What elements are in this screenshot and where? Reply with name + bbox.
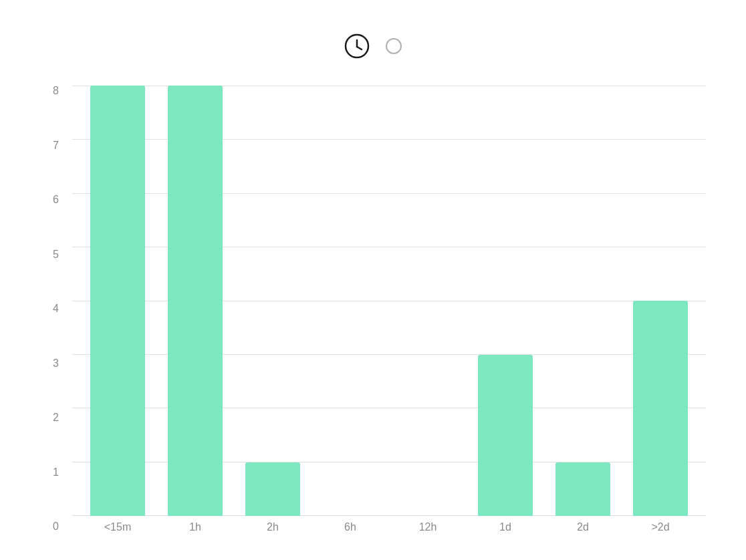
- x-axis-label: 1h: [156, 521, 234, 533]
- y-axis-label: 0: [40, 521, 59, 532]
- bar-group: [467, 86, 544, 516]
- x-axis-label: 2h: [234, 521, 312, 533]
- x-axis-label: <15m: [79, 521, 156, 533]
- clock-icon: [344, 33, 370, 59]
- x-axis: <15m1h2h6h12h1d2d>2d: [72, 521, 706, 533]
- bar: [478, 355, 532, 517]
- y-axis-label: 2: [40, 412, 59, 423]
- x-axis-label: 12h: [389, 521, 467, 533]
- bar: [90, 86, 144, 516]
- bar: [633, 301, 687, 516]
- bar-group: [234, 86, 312, 516]
- y-axis-label: 4: [40, 303, 59, 314]
- bar-group: [79, 86, 156, 516]
- chart-header: [344, 33, 402, 59]
- bar-group: [544, 86, 622, 516]
- y-axis-label: 6: [40, 194, 59, 205]
- bar-chart: 012345678 <15m1h2h6h12h1d2d>2d: [40, 86, 706, 533]
- x-axis-label: 6h: [312, 521, 389, 533]
- y-axis-label: 8: [40, 86, 59, 96]
- x-axis-label: 2d: [544, 521, 622, 533]
- y-axis-label: 1: [40, 467, 59, 478]
- y-axis-label: 7: [40, 140, 59, 151]
- y-axis-label: 5: [40, 249, 59, 260]
- bar: [168, 86, 222, 516]
- x-axis-label: >2d: [622, 521, 699, 533]
- bar-group: [312, 86, 389, 516]
- bar-group: [389, 86, 467, 516]
- bar-group: [622, 86, 699, 516]
- y-axis: 012345678: [40, 86, 59, 533]
- bar-group: [156, 86, 234, 516]
- bar: [245, 462, 299, 517]
- y-axis-label: 3: [40, 358, 59, 369]
- x-axis-label: 1d: [467, 521, 544, 533]
- bar: [555, 462, 610, 517]
- help-icon[interactable]: [386, 38, 402, 54]
- svg-line-2: [357, 47, 362, 49]
